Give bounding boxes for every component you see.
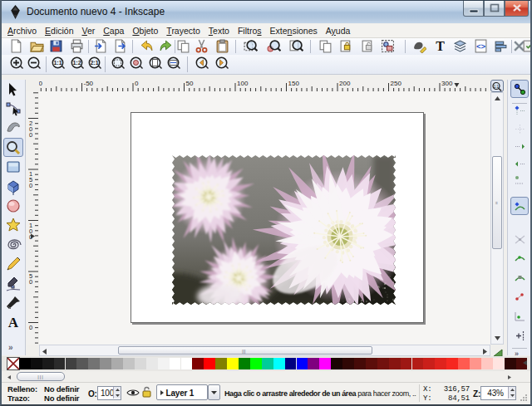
svg-text:0: 0: [29, 182, 32, 189]
svg-text:1:2: 1:2: [72, 60, 81, 66]
svg-text:0: 0: [135, 80, 139, 87]
svg-text:50: 50: [186, 80, 194, 87]
svg-text:2:1: 2:1: [90, 60, 98, 66]
svg-text:0: 0: [29, 131, 32, 139]
svg-text:200: 200: [339, 80, 351, 87]
svg-text:<>: <>: [475, 41, 485, 50]
svg-text:0: 0: [29, 278, 32, 286]
svg-text:1:1: 1:1: [494, 85, 500, 89]
svg-text:300: 300: [441, 80, 453, 87]
svg-text:0: 0: [29, 324, 32, 331]
svg-text:A: A: [8, 315, 19, 330]
svg-text:150: 150: [288, 80, 300, 87]
svg-text:100: 100: [237, 80, 249, 87]
svg-text:-50: -50: [84, 80, 94, 87]
svg-text:-100: -100: [39, 80, 43, 87]
svg-text:T: T: [436, 39, 445, 53]
svg-text:1:1: 1:1: [53, 60, 62, 66]
svg-text:250: 250: [391, 80, 402, 87]
